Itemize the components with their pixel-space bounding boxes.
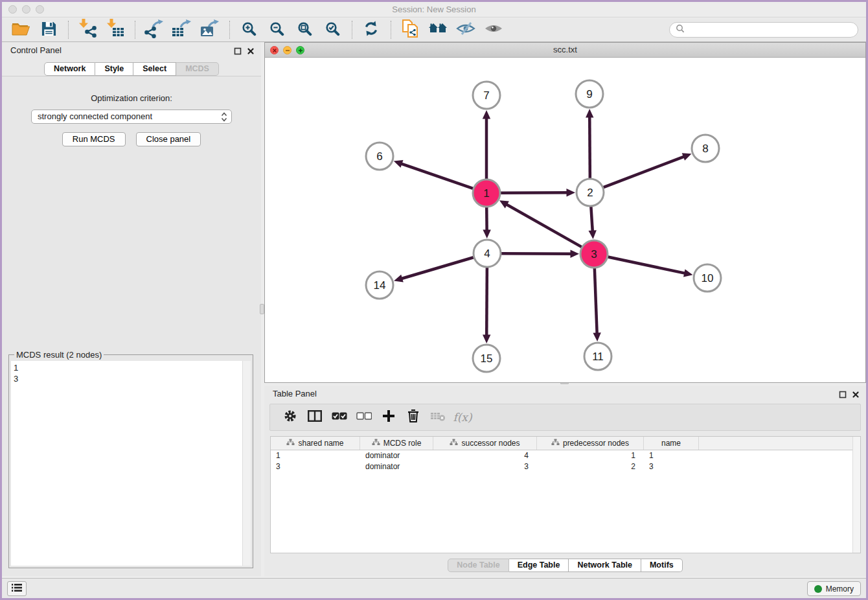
export-table-button[interactable] <box>171 20 193 40</box>
zoom-selected-button[interactable] <box>321 20 343 40</box>
column-layout-button[interactable] <box>303 408 327 427</box>
table-cell[interactable]: 3 <box>433 461 537 472</box>
network-window-title: scc.txt <box>265 43 865 57</box>
graph-node-label: 15 <box>481 352 493 365</box>
trash-button[interactable] <box>401 408 426 427</box>
column-header-name[interactable]: name <box>644 437 699 450</box>
table-cell[interactable]: 1 <box>537 450 644 461</box>
edge-arrowhead <box>483 229 490 238</box>
close-panel-button[interactable]: Close panel <box>136 132 201 146</box>
table-cell[interactable]: 1 <box>644 450 699 461</box>
home-button[interactable] <box>427 20 449 40</box>
edge-4-15[interactable] <box>486 268 487 336</box>
tab-motifs[interactable]: Motifs <box>641 559 683 572</box>
network-close-button[interactable] <box>270 46 279 54</box>
chevron-up-down-icon <box>221 112 227 126</box>
tab-select[interactable]: Select <box>133 62 176 76</box>
search-input[interactable] <box>688 25 852 35</box>
mcds-result-line: 3 <box>14 373 240 384</box>
table-cell[interactable]: 2 <box>537 461 644 472</box>
column-tree-icon <box>372 439 380 448</box>
export-network-button[interactable] <box>143 20 165 40</box>
import-network-button[interactable] <box>76 20 98 40</box>
edge-4-3[interactable] <box>501 253 572 254</box>
mcds-panel: Optimization criterion: strongly connect… <box>2 76 261 576</box>
graph-node-label: 8 <box>702 143 708 155</box>
edge-1-2[interactable] <box>501 192 568 193</box>
task-history-button[interactable] <box>7 581 27 596</box>
zoom-fit-icon <box>297 21 312 39</box>
table-cell[interactable]: dominator <box>360 450 433 461</box>
result-scrollbar[interactable] <box>242 361 251 566</box>
mcds-result-text[interactable]: 13 <box>11 361 242 566</box>
table-row[interactable]: 3dominator323 <box>271 461 860 472</box>
network-minimize-button[interactable] <box>283 46 291 54</box>
tab-edge-table[interactable]: Edge Table <box>509 559 569 572</box>
vertical-splitter-handle[interactable] <box>260 304 264 314</box>
gear-button[interactable] <box>278 408 303 427</box>
edge-2-8[interactable] <box>604 156 685 187</box>
select-all-button[interactable] <box>327 408 352 427</box>
zoom-out-button[interactable] <box>266 20 288 40</box>
float-panel-icon[interactable] <box>839 389 847 401</box>
tab-node-table[interactable]: Node Table <box>448 559 508 572</box>
table-cell[interactable]: dominator <box>360 461 433 472</box>
column-label: MCDS role <box>383 439 422 448</box>
maximize-window-button[interactable] <box>36 5 44 14</box>
optimization-criterion-select[interactable]: strongly connected component <box>31 110 232 124</box>
column-header-shared-name[interactable]: shared name <box>271 437 360 450</box>
minimize-window-button[interactable] <box>22 5 30 14</box>
network-canvas[interactable]: 7968124314101511 <box>265 58 865 382</box>
tab-style[interactable]: Style <box>95 62 133 76</box>
edge-2-3[interactable] <box>591 207 592 232</box>
memory-button[interactable]: Memory <box>807 581 861 596</box>
eye-button[interactable] <box>483 20 505 40</box>
edge-1-6[interactable] <box>401 163 474 189</box>
tab-network[interactable]: Network <box>44 62 95 76</box>
close-window-button[interactable] <box>8 5 17 14</box>
network-zoom-button[interactable] <box>296 46 304 54</box>
close-panel-icon[interactable] <box>247 46 255 58</box>
edge-3-10[interactable] <box>608 257 686 273</box>
edge-2-9[interactable] <box>589 116 590 178</box>
table-cell[interactable]: 3 <box>644 461 699 472</box>
control-panel-title: Control Panel <box>10 45 62 55</box>
edge-4-14[interactable] <box>401 257 474 279</box>
graph-node-label: 10 <box>702 272 714 284</box>
table-cell[interactable]: 1 <box>271 450 360 461</box>
column-header-predecessor-nodes[interactable]: predecessor nodes <box>537 437 644 450</box>
ndex-document-button[interactable] <box>399 20 421 40</box>
close-panel-icon[interactable] <box>852 389 860 401</box>
zoom-in-button[interactable] <box>238 20 260 40</box>
add-button[interactable] <box>376 408 401 427</box>
tab-mcds[interactable]: MCDS <box>176 62 219 76</box>
column-label: name <box>661 439 681 448</box>
table-cell[interactable]: 3 <box>271 461 360 472</box>
eye-crossed-button[interactable] <box>455 20 477 40</box>
run-mcds-button[interactable]: Run MCDS <box>62 132 126 146</box>
search-box[interactable] <box>669 22 858 38</box>
refresh-button[interactable] <box>360 20 382 40</box>
column-header-MCDS-role[interactable]: MCDS role <box>360 437 433 450</box>
export-image-button[interactable] <box>199 20 221 40</box>
import-table-button[interactable] <box>104 20 126 40</box>
eye-crossed-icon <box>456 21 475 38</box>
open-button[interactable] <box>10 20 32 40</box>
column-label: predecessor nodes <box>563 439 629 448</box>
save-button[interactable] <box>38 20 60 40</box>
edge-3-1[interactable] <box>506 204 582 247</box>
trash-icon <box>407 409 420 426</box>
float-panel-icon[interactable] <box>234 46 242 58</box>
column-header-successor-nodes[interactable]: successor nodes <box>433 437 537 450</box>
table-scrollbar[interactable] <box>852 437 860 553</box>
node-table[interactable]: shared nameMCDS rolesuccessor nodesprede… <box>270 436 861 553</box>
deselect-all-button[interactable] <box>352 408 376 427</box>
table-cell[interactable]: 4 <box>433 450 537 461</box>
table-row[interactable]: 1dominator411 <box>271 450 860 461</box>
column-tree-icon <box>551 439 560 448</box>
tab-network-table[interactable]: Network Table <box>569 559 641 572</box>
edge-3-11[interactable] <box>595 268 597 334</box>
ndex-document-icon <box>401 19 419 41</box>
zoom-fit-button[interactable] <box>293 20 315 40</box>
optimization-criterion-label: Optimization criterion: <box>2 93 261 103</box>
